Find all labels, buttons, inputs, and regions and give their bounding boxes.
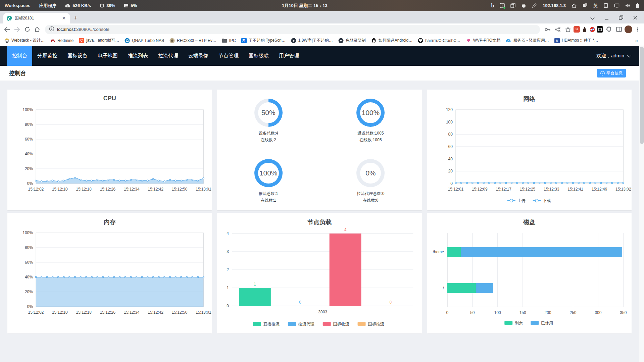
site-info-icon[interactable] bbox=[49, 26, 54, 33]
tab-search-chevron-icon[interactable] bbox=[590, 16, 595, 21]
bing-tray-icon[interactable]: b bbox=[491, 3, 494, 9]
tab-close-icon[interactable]: ✕ bbox=[61, 16, 66, 21]
app-tray-icon[interactable] bbox=[500, 3, 505, 8]
bookmark-wvp-docs[interactable]: Ψ WVP-PRO文档 bbox=[466, 38, 500, 43]
chevron-down-icon bbox=[627, 53, 632, 58]
extension-dark-square-icon[interactable] bbox=[597, 26, 603, 33]
bookmark-zhihu-typescript[interactable]: 知 了不起的 TypeScri… bbox=[241, 38, 286, 43]
svg-text:15:12:42: 15:12:42 bbox=[148, 310, 163, 315]
tab-title: 国标28181 bbox=[15, 15, 59, 21]
svg-text:80%: 80% bbox=[25, 122, 33, 127]
svg-text:0: 0 bbox=[227, 304, 229, 308]
platform-info-button[interactable]: i 平台信息 bbox=[597, 69, 626, 77]
nav-item-user-manage[interactable]: 用户管理 bbox=[274, 46, 304, 66]
window-restore-button[interactable] bbox=[619, 15, 623, 21]
bookmarks-overflow-chevron[interactable]: » bbox=[635, 38, 640, 43]
window-minimize-button[interactable] bbox=[605, 16, 609, 21]
hdatmos-icon: N bbox=[554, 38, 560, 43]
svg-text:3003: 3003 bbox=[318, 310, 328, 314]
address-bar[interactable]: localhost:38080/#/console bbox=[45, 25, 540, 34]
input-method-indicator[interactable]: 英 bbox=[593, 3, 598, 9]
device-gauge: 50% 设备总数:4 在线数:2 bbox=[217, 90, 319, 150]
window-close-button[interactable] bbox=[633, 16, 637, 21]
disk-card: 磁盘 050100150200250300350/home/剩余已使用 bbox=[427, 213, 632, 333]
battery-icon[interactable] bbox=[636, 3, 639, 8]
bookmark-star-icon[interactable] bbox=[563, 25, 572, 34]
bookmark-cloud-server[interactable]: 服务器 - 轻量应用… bbox=[506, 38, 549, 43]
svg-text:15:12:02: 15:12:02 bbox=[28, 187, 44, 192]
bookmark-folder-ipc[interactable]: IPC bbox=[222, 38, 236, 43]
back-button[interactable] bbox=[3, 25, 11, 34]
pen-tray-icon[interactable] bbox=[532, 3, 537, 8]
mug-tray-icon[interactable] bbox=[521, 3, 526, 8]
svg-text:80: 80 bbox=[448, 132, 453, 137]
page-viewport: 控制台 分屏监控 国标设备 电子地图 推流列表 拉流代理 云端录像 节点管理 国… bbox=[0, 46, 644, 362]
nav-item-pull-proxy[interactable]: 拉流代理 bbox=[153, 46, 183, 66]
browser-tab[interactable]: 国标28181 ✕ bbox=[3, 13, 70, 23]
bookmark-android-build[interactable]: 如何编译Android… bbox=[371, 38, 412, 43]
page-header: 控制台 i 平台信息 bbox=[0, 66, 639, 81]
nav-item-gb-devices[interactable]: 国标设备 bbox=[62, 46, 93, 66]
extension-js-icon[interactable]: JS bbox=[574, 26, 580, 33]
svg-text:4: 4 bbox=[344, 227, 347, 232]
nav-item-console[interactable]: 控制台 bbox=[7, 46, 32, 66]
bookmark-redmine[interactable]: Redmine bbox=[50, 38, 73, 43]
svg-text:1: 1 bbox=[227, 286, 229, 290]
forward-button[interactable] bbox=[13, 25, 21, 34]
device-gauge-ring: 50% bbox=[254, 99, 283, 127]
extension-blocker-icon[interactable] bbox=[589, 26, 595, 33]
new-tab-button[interactable]: + bbox=[74, 14, 78, 22]
home-tray-icon[interactable] bbox=[572, 3, 577, 8]
scrollbar-thumb[interactable] bbox=[640, 47, 644, 144]
bookmark-copy-tool[interactable]: 免登录复制 bbox=[338, 38, 366, 43]
user-menu[interactable]: 欢迎，admin bbox=[596, 53, 630, 59]
extension-bottle-icon[interactable] bbox=[581, 26, 588, 33]
windows-tray-icon[interactable] bbox=[583, 3, 588, 8]
svg-text:15:12:34: 15:12:34 bbox=[124, 187, 140, 192]
nav-item-map[interactable]: 电子地图 bbox=[93, 46, 123, 66]
ip-address[interactable]: 192.168.1.3 bbox=[543, 3, 566, 8]
screen-rotate-icon[interactable] bbox=[603, 3, 608, 8]
svg-text:/: / bbox=[443, 286, 444, 291]
svg-text:3: 3 bbox=[227, 249, 229, 254]
nav-item-push-list[interactable]: 推流列表 bbox=[123, 46, 153, 66]
svg-text:0: 0 bbox=[299, 300, 301, 305]
network-chart: 02040608010012015:12:0115:12:0915:12:171… bbox=[427, 90, 632, 210]
page-scrollbar[interactable] bbox=[639, 46, 644, 362]
bookmark-qnap[interactable]: QNAP Turbo NAS bbox=[125, 38, 164, 43]
profile-avatar[interactable] bbox=[625, 25, 632, 33]
penguin-icon bbox=[371, 38, 377, 43]
nav-item-node-manage[interactable]: 节点管理 bbox=[213, 46, 244, 66]
workspaces-button[interactable]: Workspaces bbox=[5, 3, 30, 8]
bookmark-csdn[interactable]: C java、android可… bbox=[79, 38, 119, 43]
applications-button[interactable]: 应用程序 bbox=[39, 3, 56, 9]
clock[interactable]: 1月10日 星期二 15：13 bbox=[282, 0, 328, 11]
nav-item-gb-cascade[interactable]: 国标级联 bbox=[244, 46, 274, 66]
svg-text:15:12:10: 15:12:10 bbox=[52, 310, 68, 315]
nav-item-split-monitor[interactable]: 分屏监控 bbox=[32, 46, 62, 66]
nav-item-cloud-record[interactable]: 云端录像 bbox=[183, 46, 213, 66]
svg-text:15:12:49: 15:12:49 bbox=[591, 187, 607, 192]
sidebar-toggle-icon[interactable] bbox=[614, 25, 623, 34]
extensions-puzzle-icon[interactable] bbox=[604, 25, 613, 34]
cpu-chart: 0%20%40%60%80%100%15:12:0215:12:1015:12:… bbox=[7, 90, 212, 210]
svg-text:100%: 100% bbox=[22, 230, 33, 235]
dark-globe-icon bbox=[338, 38, 344, 43]
bookmark-hdatmos[interactable]: N HDAtmos :: 种子 *… bbox=[554, 38, 598, 43]
volume-icon[interactable] bbox=[625, 3, 630, 8]
notification-dot bbox=[503, 7, 505, 9]
share-icon[interactable] bbox=[553, 25, 562, 34]
clipboard-tray-icon[interactable] bbox=[510, 3, 515, 8]
home-button[interactable] bbox=[33, 25, 42, 34]
svg-text:15:12:34: 15:12:34 bbox=[124, 310, 140, 315]
browser-menu-icon[interactable]: ⋮ bbox=[634, 27, 641, 33]
reload-button[interactable] bbox=[23, 25, 32, 34]
bookmark-article[interactable]: 1.8W字|了不起的… bbox=[291, 38, 333, 43]
bookmark-rfc2833[interactable]: RFC2833 – RTP Ev… bbox=[169, 38, 216, 43]
bookmark-github-crash[interactable]: hairrrrr/C-CrashC… bbox=[418, 38, 460, 43]
password-key-icon[interactable] bbox=[543, 25, 552, 34]
svg-text:100: 100 bbox=[446, 120, 453, 124]
bookmark-webstack[interactable]: Webstack - 设计… bbox=[4, 38, 45, 43]
display-tray-icon[interactable] bbox=[614, 3, 620, 8]
push-stream-gauge: 100% 推流总数:1 在线数:1 bbox=[217, 150, 319, 210]
